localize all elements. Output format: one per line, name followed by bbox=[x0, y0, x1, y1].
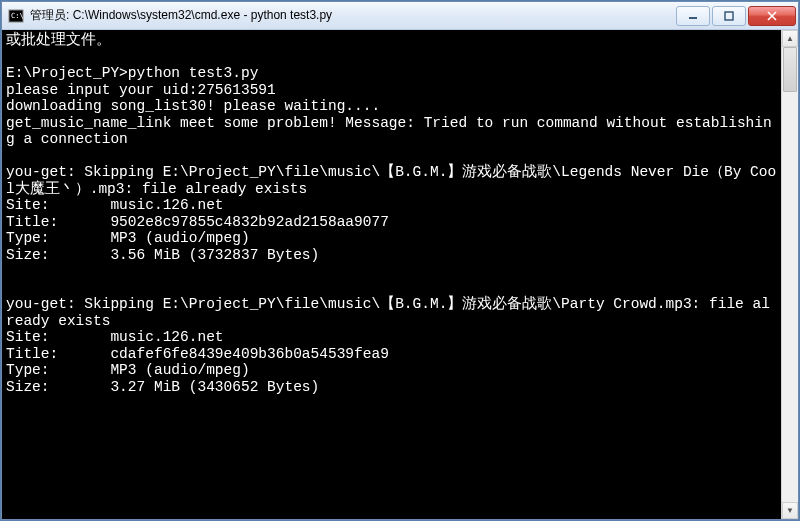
close-button[interactable] bbox=[748, 6, 796, 26]
minimize-button[interactable] bbox=[676, 6, 710, 26]
terminal-output[interactable]: 或批处理文件。 E:\Project_PY>python test3.py pl… bbox=[2, 30, 781, 519]
svg-rect-3 bbox=[725, 12, 733, 20]
window-frame: C:\ 管理员: C:\Windows\system32\cmd.exe - p… bbox=[1, 1, 799, 520]
scrollbar-track[interactable] bbox=[782, 47, 798, 502]
scroll-up-arrow-icon[interactable]: ▲ bbox=[782, 30, 798, 47]
scrollbar-thumb[interactable] bbox=[783, 47, 797, 92]
maximize-button[interactable] bbox=[712, 6, 746, 26]
titlebar[interactable]: C:\ 管理员: C:\Windows\system32\cmd.exe - p… bbox=[2, 2, 798, 30]
svg-text:C:\: C:\ bbox=[11, 12, 24, 20]
window-buttons bbox=[674, 6, 796, 26]
cmd-icon: C:\ bbox=[8, 8, 24, 24]
scroll-down-arrow-icon[interactable]: ▼ bbox=[782, 502, 798, 519]
vertical-scrollbar[interactable]: ▲ ▼ bbox=[781, 30, 798, 519]
window-title: 管理员: C:\Windows\system32\cmd.exe - pytho… bbox=[30, 7, 674, 24]
terminal-container: 或批处理文件。 E:\Project_PY>python test3.py pl… bbox=[2, 30, 798, 519]
